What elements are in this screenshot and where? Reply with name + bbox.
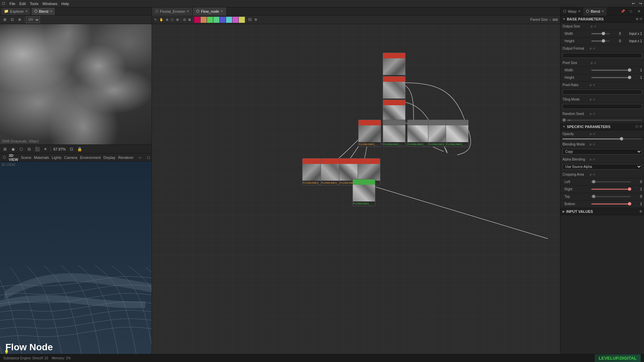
base-params-header[interactable]: ▼ BASE PARAMETERS ⊕ ↺ (560, 15, 644, 23)
3d-render[interactable]: ☀ (42, 145, 49, 153)
alpha-blending-icon2[interactable]: ↺ (593, 158, 595, 161)
node-card-2[interactable]: FLOWLINES_CLR (383, 76, 406, 103)
node-card-13[interactable]: FLOWLINES_CLR (353, 179, 375, 206)
pixel-ratio-input[interactable]: Square (562, 89, 642, 95)
cropping-area-icon1[interactable]: ⊕ (589, 173, 592, 176)
tab-materials[interactable]: Materials (34, 156, 49, 160)
output-format-icon1[interactable]: ⊕ (589, 47, 592, 50)
specific-params-icon1[interactable]: ⬡ (635, 125, 638, 128)
3d-lock[interactable]: 🔒 (76, 145, 83, 153)
tab-renderer[interactable]: Renderer (118, 156, 133, 160)
crop-top-track[interactable] (591, 196, 631, 197)
3d-grid[interactable]: ⊟ (25, 145, 33, 153)
random-seed-track[interactable] (567, 120, 642, 121)
node-type-8[interactable] (239, 17, 245, 23)
tiling-mode-icon2[interactable]: ↺ (593, 98, 595, 101)
crop-bottom-track[interactable] (591, 203, 631, 204)
node-canvas[interactable]: FLOWLINES_CLR FLOWLINES_CLR FLOWLINES_CL… (152, 24, 560, 362)
tab-camera[interactable]: Camera (64, 156, 77, 160)
node-type-6[interactable] (226, 17, 232, 23)
view2d-fit-btn[interactable]: ⊡ (9, 16, 15, 23)
node-card-8[interactable]: FLOWLINES_CLR (446, 120, 469, 147)
3d-maximize[interactable]: □ (145, 154, 152, 161)
node-type-blend[interactable] (194, 17, 200, 23)
node-tool-arrow[interactable]: ↖ (153, 16, 158, 23)
3d-show-all[interactable]: ◉ (9, 145, 17, 153)
pixel-ratio-icon1[interactable]: ⊕ (589, 83, 592, 87)
rp-pin[interactable]: 📌 (619, 8, 627, 15)
tab-environment[interactable]: Environment (80, 156, 101, 160)
tiling-mode-input[interactable]: Hrizntl + Tiling (562, 104, 642, 109)
view2d-mode-btn[interactable]: ⊞ (1, 16, 8, 23)
opacity-track[interactable] (562, 138, 642, 139)
3d-fit-view[interactable]: ⊡ (68, 145, 75, 153)
tab-explorer[interactable]: 📁 Explorer ✕ (1, 8, 31, 15)
node-card-1[interactable]: FLOWLINES_CLR (383, 53, 406, 80)
blending-mode-icon1[interactable]: ⊕ (589, 143, 592, 146)
view3d-canvas[interactable]: 3D VIEW 💡 (0, 162, 152, 359)
output-size-icon2[interactable]: ↺ (594, 25, 596, 28)
tab-blend-close[interactable]: ✕ (50, 9, 52, 13)
3d-toggle-panels[interactable]: ⊞ (1, 145, 9, 153)
opacity-icon2[interactable]: ↺ (593, 132, 595, 136)
tiling-mode-icon1[interactable]: ⊕ (589, 98, 592, 101)
view2d-channel-select[interactable]: UV (26, 16, 40, 23)
node-tool-align[interactable]: ⊠ (187, 16, 192, 23)
node-type-7[interactable] (232, 17, 238, 23)
output-format-icon2[interactable]: ↺ (593, 47, 595, 50)
pixel-height-track[interactable] (591, 77, 631, 78)
node-tool-frame[interactable]: ⊞ (175, 16, 180, 23)
specific-params-icon2[interactable]: ↺ (639, 125, 642, 128)
node-type-4[interactable] (213, 17, 219, 23)
undo-btn[interactable]: ↩ (632, 1, 635, 6)
menu-edit[interactable]: Edit (19, 2, 26, 6)
output-size-icon1[interactable]: ⊕ (590, 25, 593, 28)
node-tool-extra[interactable]: ⊞⊞ (551, 16, 559, 23)
base-params-icon2[interactable]: ↺ (639, 17, 642, 21)
node-tool-hand[interactable]: ✋ (158, 16, 164, 23)
tab-flow-close[interactable]: ✕ (220, 9, 223, 13)
pixel-size-icon1[interactable]: ⊕ (590, 61, 593, 65)
rp-close[interactable]: ✕ (635, 8, 643, 15)
node-card-4[interactable]: FLOWLINES_CLR (358, 120, 381, 147)
menu-file[interactable]: File (9, 2, 15, 6)
node-type-5[interactable] (220, 17, 226, 23)
rtab-warp[interactable]: ⬡ Warp ✕ (560, 7, 583, 15)
node-type-3[interactable] (207, 17, 213, 23)
specific-params-header[interactable]: ▼ SPECIFIC PARAMETERS ⬡ ↺ (560, 123, 644, 130)
random-seed-icon2[interactable]: ↺ (593, 112, 595, 116)
menu-tools[interactable]: Tools (30, 2, 39, 6)
node-card-6[interactable]: FLOWLINES_CLR (407, 120, 430, 147)
input-values-icon1[interactable]: ⊕ (639, 209, 642, 213)
crop-left-track[interactable] (591, 181, 631, 182)
pixel-size-icon2[interactable]: ↺ (594, 61, 596, 65)
rp-max[interactable]: □ (627, 8, 635, 15)
tab-explorer-close[interactable]: ✕ (25, 9, 28, 13)
crop-right-track[interactable] (591, 189, 631, 190)
node-card-5[interactable]: FLOWLINES_CLR (383, 120, 406, 147)
3d-minimize[interactable]: ─ (136, 154, 144, 161)
alpha-blending-icon1[interactable]: ⊕ (589, 158, 592, 161)
output-format-input[interactable]: 8 Bits per Channel (562, 53, 642, 58)
rtab-blend-close[interactable]: ✕ (601, 9, 604, 13)
alpha-blending-select[interactable]: Use Source Alpha (562, 164, 642, 170)
node-tool-settings[interactable]: ⚙ (253, 16, 258, 23)
rtab-blend[interactable]: ⬡ Blend ✕ (583, 7, 607, 15)
node-type-2[interactable] (201, 17, 207, 23)
tab-flow-node[interactable]: ⬡ Flow_node ✕ (193, 7, 227, 15)
pixel-width-track[interactable] (591, 70, 631, 71)
tab-fluvial-erosion[interactable]: ⬡ Fluvial_Erosion ✕ (152, 7, 193, 15)
tab-scene[interactable]: Scene (21, 156, 31, 160)
redo-btn[interactable]: ↪ (639, 1, 642, 6)
blending-mode-icon2[interactable]: ↺ (593, 143, 595, 146)
random-seed-icon1[interactable]: ⊕ (589, 112, 592, 116)
pixel-ratio-icon2[interactable]: ↺ (593, 83, 595, 87)
tab-display[interactable]: Display (103, 156, 115, 160)
input-values-header[interactable]: ▶ INPUT VALUES ⊕ (560, 208, 644, 215)
base-params-icon1[interactable]: ⊕ (636, 17, 638, 21)
rtab-warp-close[interactable]: ✕ (578, 9, 581, 13)
node-tool-select[interactable]: ⬡ (170, 16, 175, 23)
node-tool-snap[interactable]: ⊟ (182, 16, 187, 23)
menu-windows[interactable]: Windows (42, 2, 57, 6)
3d-wireframe[interactable]: ⬡ (17, 145, 25, 153)
